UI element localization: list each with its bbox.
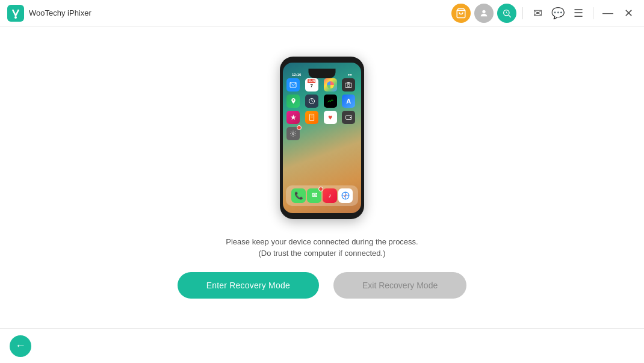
svg-point-15 bbox=[350, 117, 351, 118]
search-update-icon-button[interactable] bbox=[497, 4, 516, 23]
main-content: 12:16 ●● SUN 7 bbox=[0, 26, 644, 328]
menu-button[interactable]: ☰ bbox=[570, 5, 587, 22]
app-grid: SUN 7 bbox=[283, 73, 361, 143]
dock-safari bbox=[338, 188, 353, 203]
svg-point-16 bbox=[293, 132, 294, 134]
enter-recovery-button[interactable]: Enter Recovery Mode bbox=[178, 272, 319, 299]
close-button[interactable]: ✕ bbox=[620, 5, 637, 22]
phone-dock: 📞 ✉ ♪ bbox=[286, 185, 358, 206]
back-arrow-icon: ← bbox=[15, 340, 26, 352]
phone-body: 12:16 ●● SUN 7 bbox=[280, 57, 364, 219]
app-icon-wallet bbox=[342, 111, 355, 124]
minimize-button[interactable]: — bbox=[599, 5, 616, 22]
dock-messages: ✉ bbox=[307, 188, 321, 203]
svg-line-5 bbox=[509, 15, 511, 17]
svg-point-9 bbox=[293, 99, 294, 101]
titlebar: WooTechy iPhixer ✉ 💬 ☰ bbox=[0, 0, 644, 26]
instruction-text: Please keep your device connected during… bbox=[226, 237, 418, 258]
svg-rect-11 bbox=[309, 114, 314, 120]
app-icon-books bbox=[305, 111, 318, 124]
instruction-line2: (Do trust the computer if connected.) bbox=[226, 249, 418, 258]
svg-rect-0 bbox=[7, 5, 24, 22]
app-logo bbox=[7, 5, 24, 22]
settings-badge bbox=[297, 125, 302, 130]
app-icon-clock bbox=[305, 95, 318, 108]
instruction-line1: Please keep your device connected during… bbox=[226, 237, 418, 246]
app-icon-games: ★ bbox=[286, 111, 300, 124]
mail-button[interactable]: ✉ bbox=[529, 5, 546, 22]
exit-recovery-button[interactable]: Exit Recovery Mode bbox=[333, 272, 466, 299]
chat-button[interactable]: 💬 bbox=[550, 5, 566, 22]
phone-illustration: 12:16 ●● SUN 7 bbox=[280, 57, 364, 219]
phone-notch bbox=[309, 69, 336, 78]
svg-point-1 bbox=[14, 16, 17, 19]
bottom-bar: ← bbox=[0, 328, 644, 363]
phone-screen: 12:16 ●● SUN 7 bbox=[283, 63, 361, 213]
dock-phone: 📞 bbox=[291, 188, 306, 203]
dock-music: ♪ bbox=[323, 188, 337, 203]
cart-icon-button[interactable] bbox=[451, 4, 471, 23]
svg-point-3 bbox=[482, 10, 485, 13]
svg-point-7 bbox=[347, 84, 350, 87]
separator-2 bbox=[593, 7, 593, 19]
separator-1 bbox=[522, 7, 523, 19]
user-icon-button[interactable] bbox=[474, 4, 494, 23]
titlebar-left: WooTechy iPhixer bbox=[7, 5, 91, 22]
svg-rect-8 bbox=[347, 82, 350, 83]
titlebar-right: ✉ 💬 ☰ — ✕ bbox=[451, 4, 637, 23]
button-row: Enter Recovery Mode Exit Recovery Mode bbox=[178, 272, 466, 299]
app-icon-appstore: A bbox=[342, 95, 355, 108]
app-icon-health: ♥ bbox=[324, 111, 337, 124]
app-title: WooTechy iPhixer bbox=[29, 8, 91, 17]
app-icon-settings bbox=[286, 127, 300, 140]
app-icon-maps bbox=[286, 95, 300, 108]
app-icon-stocks bbox=[324, 95, 337, 108]
back-button[interactable]: ← bbox=[10, 335, 31, 357]
